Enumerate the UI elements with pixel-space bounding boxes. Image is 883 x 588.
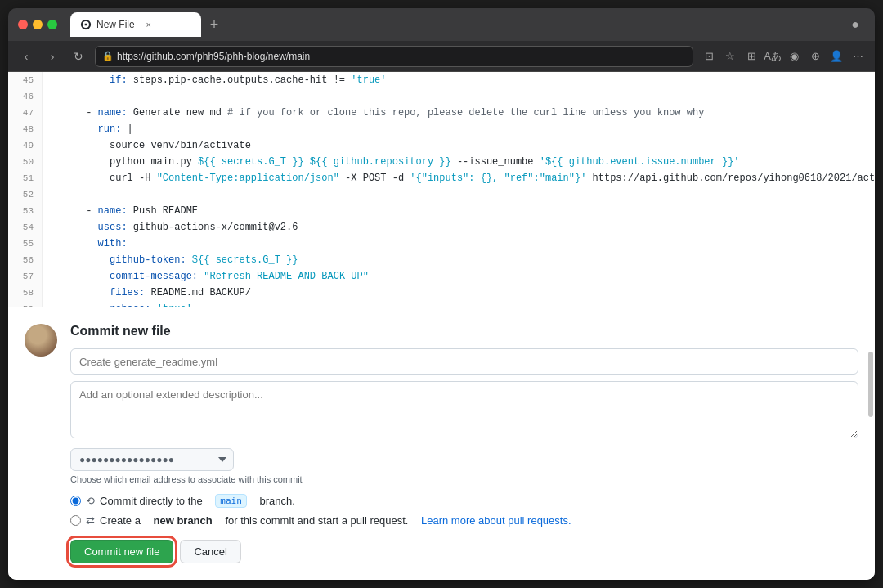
email-select[interactable]: ●●●●●●●●●●●●●●●●	[70, 448, 234, 471]
new-tab-button[interactable]: +	[204, 15, 224, 34]
line-content: curl -H "Content-Type:application/json" …	[43, 170, 875, 186]
radio-direct-input[interactable]	[70, 496, 81, 506]
commit-description-textarea[interactable]	[70, 381, 858, 438]
line-content: commit-message: "Refresh README AND BACK…	[43, 268, 377, 285]
url-text: https://github.com/phh95/phh-blog/new/ma…	[117, 51, 310, 62]
commit-header-row: Commit new file ●●●●●●●●●●●●●●●● Choose …	[25, 324, 858, 563]
code-line-54: 54 uses: github-actions-x/commit@v2.6	[8, 219, 875, 236]
code-lines: 45 if: steps.pip-cache.outputs.cache-hit…	[8, 72, 875, 307]
back-button[interactable]: ‹	[16, 47, 36, 66]
email-hint: Choose which email address to associate …	[70, 474, 858, 484]
active-tab[interactable]: New File ×	[70, 12, 201, 37]
title-bar: New File × + ●	[8, 8, 875, 41]
user-profile-icon[interactable]: 👤	[827, 47, 845, 65]
code-line-57: 57 commit-message: "Refresh README AND B…	[8, 268, 875, 285]
radio-direct-label: Commit directly to the	[100, 495, 203, 507]
screenshot-icon[interactable]: ⊡	[700, 47, 718, 65]
translate-icon[interactable]: Aあ	[764, 47, 782, 65]
line-content: uses: github-actions-x/commit@v2.6	[43, 219, 306, 236]
line-number: 45	[8, 72, 43, 88]
line-content: source venv/bin/activate	[43, 137, 259, 154]
radio-group: ⟲ Commit directly to the main branch. ⇄ …	[70, 494, 858, 527]
code-line-48: 48 run: |	[8, 121, 875, 137]
commit-direct-icon: ⟲	[86, 495, 95, 507]
reader-mode-icon[interactable]: ⊞	[742, 47, 760, 65]
code-line-50: 50 python main.py ${{ secrets.G_T }} ${{…	[8, 154, 875, 170]
code-line-51: 51 curl -H "Content-Type:application/jso…	[8, 170, 875, 186]
window-controls: ●	[845, 15, 865, 34]
line-content: - name: Push README	[43, 203, 206, 219]
learn-more-link[interactable]: Learn more about pull requests.	[421, 514, 571, 527]
close-window-button[interactable]	[18, 20, 28, 29]
commit-new-file-button[interactable]: Commit new file	[70, 540, 173, 563]
commit-message-input[interactable]	[70, 348, 858, 375]
line-number: 57	[8, 268, 43, 285]
line-number: 49	[8, 137, 43, 154]
avatar	[25, 324, 57, 357]
radio-new-label: Create a	[100, 514, 141, 527]
page-content: 45 if: steps.pip-cache.outputs.cache-hit…	[8, 72, 875, 580]
code-line-52: 52	[8, 186, 875, 203]
commit-form: Commit new file ●●●●●●●●●●●●●●●● Choose …	[70, 324, 858, 563]
line-number: 58	[8, 285, 43, 301]
radio-new-bold: new branch	[154, 514, 213, 527]
line-content: files: README.md BACKUP/	[43, 285, 259, 301]
browser-ext-icon[interactable]: ◉	[785, 47, 803, 65]
radio-new-input[interactable]	[70, 515, 81, 526]
page-wrapper: 45 if: steps.pip-cache.outputs.cache-hit…	[8, 72, 875, 580]
line-content: run: |	[43, 121, 141, 137]
code-line-58: 58 files: README.md BACKUP/	[8, 285, 875, 301]
extensions-icon[interactable]: ⊕	[806, 47, 824, 65]
line-number: 50	[8, 154, 43, 170]
code-line-53: 53 - name: Push README	[8, 203, 875, 219]
nav-bar: ‹ › ↻ 🔒 https://github.com/phh95/phh-blo…	[8, 41, 875, 72]
line-content: python main.py ${{ secrets.G_T }} ${{ gi…	[43, 154, 748, 170]
line-number: 53	[8, 203, 43, 219]
code-line-59: 59 rebase: 'true'	[8, 301, 875, 307]
more-options-button[interactable]: ⋯	[849, 47, 867, 65]
line-number: 52	[8, 186, 43, 203]
branch-badge: main	[215, 494, 247, 508]
line-content: if: steps.pip-cache.outputs.cache-hit !=…	[43, 72, 395, 88]
refresh-button[interactable]: ↻	[69, 47, 88, 66]
line-number: 51	[8, 170, 43, 186]
maximize-window-button[interactable]	[47, 20, 57, 29]
code-line-55: 55 with:	[8, 236, 875, 252]
lock-icon: 🔒	[102, 51, 114, 61]
code-line-49: 49 source venv/bin/activate	[8, 137, 875, 154]
line-content: github-token: ${{ secrets.G_T }}	[43, 252, 306, 268]
minimize-window-button[interactable]	[33, 20, 43, 29]
line-content: with:	[43, 236, 136, 252]
code-line-56: 56 github-token: ${{ secrets.G_T }}	[8, 252, 875, 268]
tab-close-button[interactable]: ×	[143, 19, 155, 30]
line-content: rebase: 'true'	[43, 301, 200, 307]
tab-title: New File	[96, 19, 135, 30]
radio-new-suffix: for this commit and start a pull request…	[225, 514, 408, 527]
line-number: 59	[8, 301, 43, 307]
code-editor[interactable]: 45 if: steps.pip-cache.outputs.cache-hit…	[8, 72, 875, 307]
line-number: 56	[8, 252, 43, 268]
radio-direct-option[interactable]: ⟲ Commit directly to the main branch.	[70, 494, 858, 508]
tab-bar: New File × +	[70, 12, 839, 37]
nav-actions: ⊡ ☆ ⊞ Aあ ◉ ⊕ 👤 ⋯	[700, 47, 867, 65]
scrollbar[interactable]	[868, 352, 873, 417]
cancel-button[interactable]: Cancel	[180, 540, 240, 563]
forward-button[interactable]: ›	[43, 47, 62, 66]
email-select-row: ●●●●●●●●●●●●●●●●	[70, 448, 858, 471]
traffic-lights	[18, 20, 57, 29]
avatar-image	[25, 324, 57, 357]
radio-new-option[interactable]: ⇄ Create a new branch for this commit an…	[70, 514, 858, 527]
code-line-47: 47 - name: Generate new md # if you fork…	[8, 105, 875, 121]
line-number: 54	[8, 219, 43, 236]
line-content	[43, 186, 65, 203]
line-number: 46	[8, 88, 43, 105]
address-bar[interactable]: 🔒 https://github.com/phh95/phh-blog/new/…	[95, 46, 693, 67]
new-branch-icon: ⇄	[86, 514, 95, 527]
code-line-45: 45 if: steps.pip-cache.outputs.cache-hit…	[8, 72, 875, 88]
commit-section: Commit new file ●●●●●●●●●●●●●●●● Choose …	[8, 307, 875, 580]
commit-actions: Commit new file Cancel	[70, 540, 858, 563]
line-number: 47	[8, 105, 43, 121]
bookmark-icon[interactable]: ☆	[721, 47, 739, 65]
line-number: 48	[8, 121, 43, 137]
line-number: 55	[8, 236, 43, 252]
